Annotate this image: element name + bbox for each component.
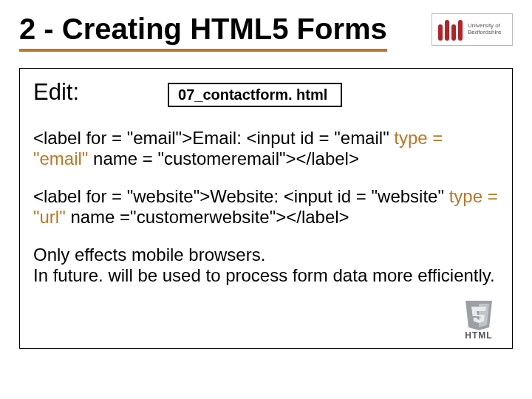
university-logo: University of Bedfordshire [432,13,513,46]
university-logo-line1: University of [468,22,500,29]
svg-rect-2 [451,24,456,41]
edit-row: Edit: 07_contactform. html [33,79,499,107]
footnote-line1: Only effects mobile browsers. [33,245,499,265]
svg-rect-3 [458,20,463,41]
svg-rect-1 [445,20,449,41]
svg-rect-0 [438,24,443,41]
university-logo-line2: Bedfordshire [468,29,501,35]
code1-pre: <label for = "email">Email: <input id = … [33,128,394,148]
html5-badge: HTML [453,296,505,341]
code-snippet-website: <label for = "website">Website: <input i… [33,186,499,227]
footnote-line2: In future. will be used to process form … [33,265,499,286]
filename-badge: 07_contactform. html [168,83,342,107]
slide: 2 - Creating HTML5 Forms University of B… [0,0,532,399]
footnote: Only effects mobile browsers. In future.… [33,245,499,285]
html5-shield-icon [461,299,497,330]
university-logo-text: University of Bedfordshire [468,23,501,36]
slide-title: 2 - Creating HTML5 Forms [19,13,387,52]
html5-label: HTML [465,330,492,341]
content-box: Edit: 07_contactform. html <label for = … [19,68,513,349]
code1-post: name = "customeremail"></label> [88,149,359,168]
code2-post: name ="customerwebsite"></label> [66,207,349,227]
code-snippet-email: <label for = "email">Email: <input id = … [33,128,499,168]
university-logo-icon [437,17,463,42]
edit-label: Edit: [33,79,79,106]
title-row: 2 - Creating HTML5 Forms University of B… [19,13,513,52]
code2-pre: <label for = "website">Website: <input i… [33,186,449,206]
